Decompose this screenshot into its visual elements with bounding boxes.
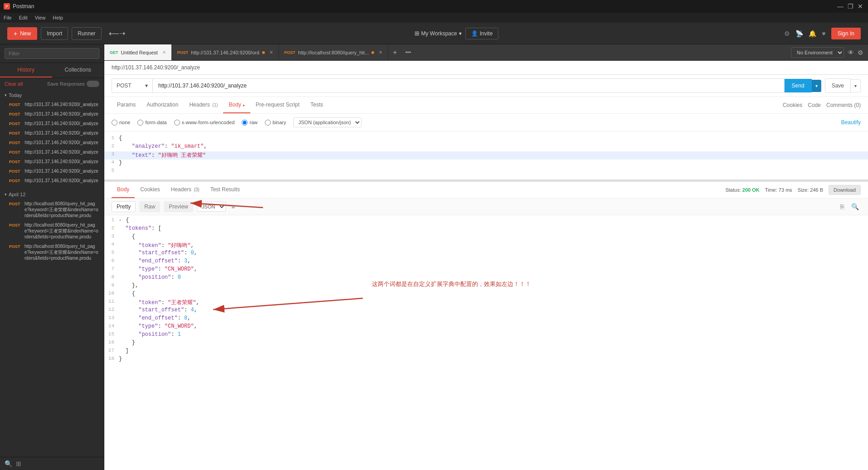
form-data-radio-input[interactable] bbox=[137, 120, 143, 126]
comments-link[interactable]: Comments (0) bbox=[826, 102, 861, 108]
list-item[interactable]: POST http://101.37.146.240:9200/_analyze bbox=[0, 119, 104, 128]
toolbar-center: ⊞ My Workspace ▾ 👤 Invite bbox=[132, 28, 781, 39]
more-tabs-button[interactable]: ••• bbox=[402, 49, 415, 56]
body-none-radio[interactable]: none bbox=[112, 120, 130, 126]
resp-test-results-tab[interactable]: Test Results bbox=[205, 182, 245, 198]
list-item[interactable]: POST http://101.37.146.240:9200/_analyze bbox=[0, 100, 104, 109]
clear-all-link[interactable]: Clear all bbox=[5, 81, 23, 87]
save-responses-toggle[interactable] bbox=[87, 81, 99, 87]
sidebar-tab-collections[interactable]: Collections bbox=[52, 63, 104, 78]
list-item[interactable]: POST http://localhost:8080/query_hit_pag… bbox=[0, 199, 104, 220]
list-item[interactable]: POST http://101.37.146.240:9200/_analyze bbox=[0, 166, 104, 176]
heart-icon[interactable]: ♥ bbox=[822, 30, 825, 37]
menu-edit[interactable]: Edit bbox=[19, 15, 28, 20]
sidebar-tab-history[interactable]: History bbox=[0, 63, 52, 78]
list-item[interactable]: POST http://101.37.146.240:9200/_analyze bbox=[0, 147, 104, 157]
beautify-button[interactable]: Beautify bbox=[841, 119, 861, 126]
list-item[interactable]: POST http://101.37.146.240:9200/_analyze bbox=[0, 109, 104, 119]
resp-headers-tab[interactable]: Headers (3) bbox=[166, 182, 205, 198]
resp-body-tab[interactable]: Body bbox=[112, 182, 135, 198]
list-item[interactable]: POST http://101.37.146.240:9200/_analyze bbox=[0, 176, 104, 185]
authorization-tab[interactable]: Authorization bbox=[141, 97, 184, 113]
lines-icon[interactable]: ≡ bbox=[229, 203, 237, 210]
body-binary-radio[interactable]: binary bbox=[265, 120, 286, 126]
preview-button[interactable]: Preview bbox=[164, 201, 193, 212]
settings-icon[interactable]: ⚙ bbox=[784, 30, 790, 37]
save-responses-label: Save Responses bbox=[47, 81, 85, 87]
minimize-button[interactable]: — bbox=[836, 2, 844, 10]
environment-select[interactable]: No Environment bbox=[791, 47, 844, 58]
invite-button[interactable]: 👤 Invite bbox=[465, 28, 499, 39]
send-button[interactable]: Send bbox=[785, 79, 812, 92]
method-badge: POST bbox=[7, 150, 22, 155]
tab-untitled[interactable]: GET Untitled Request ✕ bbox=[104, 44, 172, 60]
binary-radio-input[interactable] bbox=[265, 120, 271, 126]
body-raw-radio[interactable]: raw bbox=[242, 120, 258, 126]
urlencoded-radio-input[interactable] bbox=[174, 120, 180, 126]
line-content bbox=[119, 168, 868, 176]
settings-icon[interactable]: ⚙ bbox=[858, 49, 863, 56]
code-link[interactable]: Code bbox=[808, 102, 821, 108]
method-select[interactable]: POST ▾ bbox=[112, 78, 152, 93]
list-item[interactable]: POST http://localhost:8080/query_hit_pag… bbox=[0, 242, 104, 263]
body-urlencoded-radio[interactable]: x-www-form-urlencoded bbox=[174, 120, 235, 126]
section-today[interactable]: ▾ Today bbox=[0, 90, 104, 100]
raw-button[interactable]: Raw bbox=[139, 201, 160, 212]
request-area: POST ▾ Send ▾ Save ▾ Params Authorizatio… bbox=[104, 75, 868, 182]
send-dropdown-button[interactable]: ▾ bbox=[812, 80, 821, 92]
sidebar-search-input[interactable] bbox=[5, 48, 99, 59]
tab-post-2[interactable]: POST http://localhost:8080/query_hit... … bbox=[279, 44, 388, 60]
cookies-link[interactable]: Cookies bbox=[783, 102, 802, 108]
grid-icon[interactable]: ⊞ bbox=[16, 460, 21, 467]
workspace-button[interactable]: ⊞ My Workspace ▾ bbox=[414, 30, 462, 37]
list-item[interactable]: POST http://101.37.146.240:9200/_analyze bbox=[0, 128, 104, 138]
menu-view[interactable]: View bbox=[35, 15, 46, 20]
runner-button[interactable]: Runner bbox=[72, 27, 101, 40]
import-button[interactable]: Import bbox=[41, 27, 68, 40]
section-april12[interactable]: ▾ April 12 bbox=[0, 189, 104, 199]
tests-tab[interactable]: Tests bbox=[305, 97, 329, 113]
body-format-select[interactable]: JSON (application/json) bbox=[293, 117, 361, 127]
tab-close-icon[interactable]: ✕ bbox=[269, 50, 273, 55]
list-item[interactable]: POST http://101.37.146.240:9200/_analyze bbox=[0, 157, 104, 166]
tab-close-icon[interactable]: ✕ bbox=[162, 50, 166, 55]
person-icon: 👤 bbox=[471, 30, 478, 37]
tab-close-icon2[interactable]: ✕ bbox=[379, 50, 382, 55]
pre-request-tab[interactable]: Pre-request Script bbox=[250, 97, 305, 113]
body-tab[interactable]: Body ● bbox=[223, 97, 250, 113]
copy-icon[interactable]: ⎘ bbox=[839, 203, 846, 210]
bell-icon[interactable]: 🔔 bbox=[809, 30, 816, 37]
list-item[interactable]: POST http://101.37.146.240:9200/_analyze bbox=[0, 138, 104, 147]
menu-file[interactable]: File bbox=[4, 15, 12, 20]
search-response-icon[interactable]: 🔍 bbox=[849, 203, 861, 210]
response-json-select[interactable]: JSON bbox=[197, 202, 226, 212]
satellite-icon[interactable]: 📡 bbox=[795, 30, 803, 37]
save-button[interactable]: Save bbox=[825, 78, 851, 93]
new-tab-button[interactable]: + bbox=[388, 48, 401, 57]
new-button[interactable]: + New bbox=[7, 27, 37, 40]
body-form-data-radio[interactable]: form-data bbox=[137, 120, 166, 126]
search-icon[interactable]: 🔍 bbox=[5, 460, 12, 467]
save-dropdown-button[interactable]: ▾ bbox=[851, 79, 861, 92]
raw-radio-input[interactable] bbox=[242, 120, 248, 126]
code-line-1: 1 { bbox=[104, 135, 868, 143]
list-item[interactable]: POST http://localhost:8080/query_hit_pag… bbox=[0, 220, 104, 242]
params-tab[interactable]: Params bbox=[112, 97, 141, 113]
maximize-button[interactable]: ❐ bbox=[846, 2, 854, 10]
resp-line: 10 { bbox=[104, 291, 868, 299]
sign-in-button[interactable]: Sign In bbox=[831, 28, 861, 39]
size-value: 246 B bbox=[810, 187, 823, 193]
pretty-button[interactable]: Pretty bbox=[112, 201, 136, 212]
none-radio-input[interactable] bbox=[112, 120, 117, 126]
build-mode-button[interactable]: ⟵➝ bbox=[105, 27, 129, 39]
menu-help[interactable]: Help bbox=[53, 15, 63, 20]
url-input[interactable] bbox=[152, 78, 785, 93]
sidebar-bottom: 🔍 ⊞ bbox=[0, 457, 104, 470]
tab-post-1[interactable]: POST http://101.37.146.240:9200/ord ✕ bbox=[172, 44, 279, 60]
code-editor: 1 { 2 "analyzer": "ik_smart", 3 "text": … bbox=[104, 131, 868, 180]
eye-icon[interactable]: 👁 bbox=[848, 49, 854, 56]
headers-tab[interactable]: Headers (1) bbox=[184, 97, 223, 113]
resp-cookies-tab[interactable]: Cookies bbox=[135, 182, 165, 198]
close-button[interactable]: ✕ bbox=[856, 2, 864, 10]
download-button[interactable]: Download bbox=[829, 185, 861, 195]
